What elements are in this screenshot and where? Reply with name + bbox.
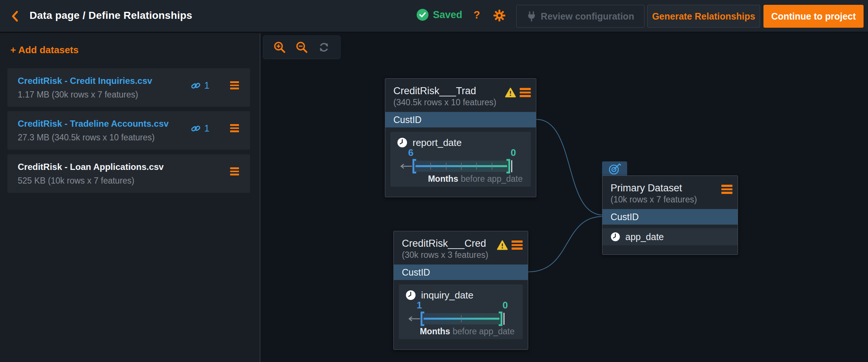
- time-window-slider[interactable]: [406, 311, 516, 327]
- chevron-left-icon: [10, 9, 21, 24]
- top-bar: Data page / Define Relationships Saved ?: [0, 0, 868, 33]
- node-meta: (30k rows x 3 features): [402, 250, 520, 260]
- time-window-slider[interactable]: [397, 158, 524, 174]
- time-window-panel: inquiry_date 1 0: [399, 284, 523, 339]
- dataset-card-loan-applications[interactable]: CreditRisk - Loan Applications.csv 525 K…: [7, 154, 250, 193]
- node-meta: (10k rows x 7 features): [611, 194, 729, 205]
- dataset-link-count[interactable]: 1: [191, 123, 209, 134]
- generate-relationships-label: Generate Relationships: [652, 11, 755, 22]
- dataset-node-inquiries[interactable]: CreditRisk___Cred (30k rows x 3 features…: [393, 231, 528, 350]
- time-window-panel: report_date 6 0: [390, 132, 531, 187]
- target-icon: [608, 163, 621, 175]
- dataset-name-link[interactable]: CreditRisk - Tradeline Accounts.csv: [18, 119, 169, 129]
- clock-icon: [406, 290, 416, 300]
- window-unit-label: Monthsbefore app_date: [397, 174, 524, 184]
- help-button[interactable]: ?: [474, 9, 480, 21]
- dataset-node-primary[interactable]: Primary Dataset (10k rows x 7 features) …: [602, 175, 738, 255]
- settings-gear-icon[interactable]: [492, 8, 507, 24]
- warning-icon[interactable]: [505, 88, 516, 98]
- saved-check-icon: [417, 9, 428, 21]
- clock-icon: [397, 137, 407, 148]
- time-field-row: app_date: [602, 228, 738, 245]
- dataset-menu-button[interactable]: [230, 124, 239, 132]
- time-field-name: report_date: [413, 137, 462, 148]
- window-end-value: 0: [511, 147, 516, 158]
- dataset-link-count[interactable]: 1: [191, 80, 209, 91]
- node-menu-button[interactable]: [721, 185, 732, 194]
- join-key-row[interactable]: CustID: [385, 112, 536, 127]
- dataset-name: CreditRisk - Loan Applications.csv: [18, 162, 164, 172]
- node-meta: (340.5k rows x 10 features): [393, 97, 528, 107]
- node-menu-button[interactable]: [520, 88, 531, 97]
- dataset-card-credit-inquiries[interactable]: CreditRisk - Credit Inquiries.csv 1.17 M…: [7, 68, 250, 107]
- dataset-menu-button[interactable]: [230, 81, 239, 89]
- dataset-node-tradeline[interactable]: CreditRisk___Trad (340.5k rows x 10 feat…: [385, 78, 536, 197]
- window-start-value: 6: [408, 147, 413, 158]
- zoom-in-button[interactable]: [272, 40, 287, 55]
- continue-to-project-button[interactable]: Continue to project: [763, 5, 864, 28]
- link-icon: [191, 81, 201, 90]
- time-field-name: inquiry_date: [421, 290, 474, 301]
- dataset-card-tradeline-accounts[interactable]: CreditRisk - Tradeline Accounts.csv 27.3…: [7, 111, 250, 150]
- dataset-meta: 525 KB (10k rows x 7 features): [18, 176, 134, 186]
- continue-to-project-label: Continue to project: [771, 11, 856, 22]
- refresh-layout-button[interactable]: [317, 40, 331, 55]
- node-header: Primary Dataset (10k rows x 7 features): [602, 176, 738, 209]
- link-count-value: 1: [204, 123, 209, 134]
- node-title: CreditRisk___Cred: [402, 237, 494, 250]
- join-key-row[interactable]: CustID: [602, 209, 738, 225]
- saved-label: Saved: [433, 9, 462, 21]
- link-count-value: 1: [204, 80, 209, 91]
- prediction-target-tab: [602, 161, 627, 176]
- review-configuration-label: Review configuration: [541, 11, 634, 22]
- zoom-out-icon: [295, 41, 308, 54]
- node-title: Primary Dataset: [611, 182, 703, 194]
- dataset-meta: 27.3 MB (340.5k rows x 10 features): [18, 133, 155, 143]
- dataset-name-link[interactable]: CreditRisk - Credit Inquiries.csv: [18, 76, 152, 86]
- time-field-name: app_date: [625, 232, 664, 242]
- save-status: Saved: [417, 9, 462, 21]
- relationship-canvas[interactable]: [261, 33, 868, 362]
- dataset-menu-button[interactable]: [230, 167, 239, 175]
- review-configuration-button[interactable]: Review configuration: [516, 5, 645, 28]
- warning-icon[interactable]: [497, 240, 508, 250]
- node-header: CreditRisk___Trad (340.5k rows x 10 feat…: [385, 79, 536, 112]
- breadcrumb: Data page / Define Relationships: [30, 10, 192, 21]
- zoom-out-button[interactable]: [294, 40, 309, 55]
- add-datasets-button[interactable]: + Add datasets: [10, 44, 79, 56]
- zoom-in-icon: [273, 41, 286, 54]
- canvas-toolbar: [263, 35, 341, 59]
- window-start-value: 1: [417, 300, 422, 311]
- plug-icon: [527, 11, 536, 21]
- node-menu-button[interactable]: [512, 240, 523, 250]
- link-icon: [191, 124, 201, 133]
- node-title: CreditRisk___Trad: [393, 85, 486, 97]
- datasets-sidebar: + Add datasets CreditRisk - Credit Inqui…: [0, 33, 260, 362]
- node-header: CreditRisk___Cred (30k rows x 3 features…: [394, 231, 528, 264]
- window-end-value: 0: [503, 300, 508, 311]
- window-unit-label: Monthsbefore app_date: [406, 327, 516, 337]
- clock-icon: [611, 232, 620, 242]
- join-key-row[interactable]: CustID: [394, 264, 528, 280]
- refresh-icon: [318, 41, 330, 53]
- generate-relationships-button[interactable]: Generate Relationships: [647, 5, 760, 28]
- back-button[interactable]: [10, 9, 21, 24]
- dataset-meta: 1.17 MB (30k rows x 7 features): [18, 90, 138, 100]
